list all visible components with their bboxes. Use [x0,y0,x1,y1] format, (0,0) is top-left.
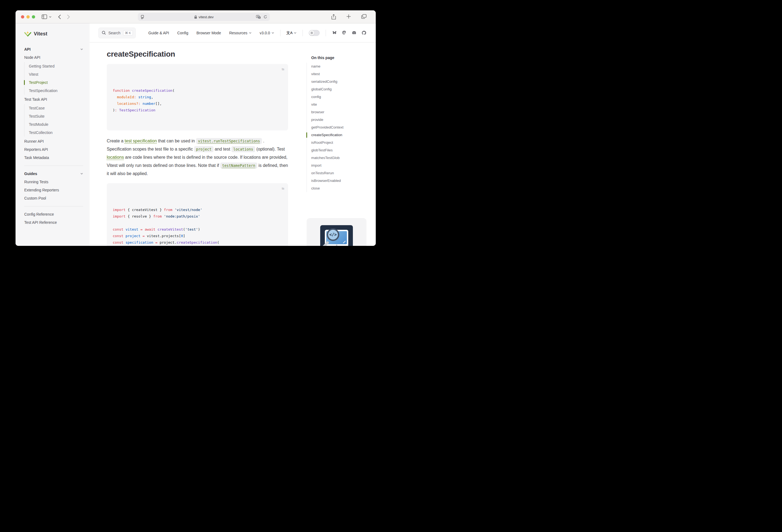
back-button[interactable] [58,14,61,19]
chevron-down-icon [49,16,51,18]
github-icon[interactable] [361,30,366,35]
sidebar-item-test-api-reference[interactable]: Test API Reference [24,218,83,226]
inline-link-test-specification[interactable]: test specification [125,139,157,143]
inline-code: vitest.runTestSpecifications [196,138,262,144]
sidebar-item-custom-pool[interactable]: Custom Pool [24,194,83,202]
outline-title: On this page [307,56,376,60]
inline-code-link-testnamepattern[interactable]: testNamePattern [220,163,257,168]
sidebar-item-test-task-api[interactable]: Test Task API [24,95,83,103]
page-title: createSpecification [107,49,288,59]
outline-link-browser[interactable]: browser [307,108,376,116]
header-divider [326,30,326,36]
tab-overview-icon[interactable] [361,14,366,19]
share-icon[interactable] [331,14,336,20]
code-line: const specification = project.createSpec… [113,239,282,246]
new-tab-icon[interactable] [346,14,351,19]
zoom-window-button[interactable] [32,15,35,19]
nav-link-resources[interactable]: Resources [229,31,252,35]
sidebar-item-reporters-api[interactable]: Reporters API [24,145,83,153]
outline-link-vitest[interactable]: vitest [307,70,376,78]
outline-link-isbrowserenabled[interactable]: isBrowserEnabled [307,177,376,185]
sidebar-toggle-button[interactable] [42,14,47,19]
outline-link-globalconfig[interactable]: globalConfig [307,85,376,93]
code-line: ): TestSpecification [113,107,282,113]
sidebar-item-testspecification[interactable]: TestSpecification [25,86,83,95]
sidebar-item-testcollection[interactable]: TestCollection [25,129,83,137]
vitest-site: Vitest APINode APIGetting StartedVitestT… [15,24,376,246]
sidebar-item-testcase[interactable]: TestCase [25,104,83,112]
search-button[interactable]: Search ⌘ K [98,28,136,38]
lock-icon [194,15,197,19]
sponsor-card[interactable]: </> [307,218,366,246]
outline-link-globtestfiles[interactable]: globTestFiles [307,146,376,154]
nav-link-config[interactable]: Config [177,31,188,35]
code-line: moduleId: string, [113,94,282,101]
sidebar-item-testmodule[interactable]: TestModule [25,120,83,129]
close-window-button[interactable] [21,15,24,19]
address-bar[interactable]: vitest.dev A 文 [138,13,270,21]
toolbar-right-actions [331,14,366,20]
outline-link-serializedconfig[interactable]: serializedConfig [307,78,376,85]
sidebar-item-testsuite[interactable]: TestSuite [25,112,83,120]
nav-link-v3-0-0[interactable]: v3.0.0 [260,31,274,35]
nav-link-browser-mode[interactable]: Browser Mode [196,31,221,35]
chevron-down-icon [80,172,83,175]
sidebar-menu-chevron-button[interactable] [49,16,51,18]
magnifier-code-icon: </> [327,228,339,241]
inline-code-link-vitest-runtestspecifications[interactable]: vitest.runTestSpecifications [196,139,262,143]
outline-link-provide[interactable]: provide [307,116,376,123]
outline-link-config[interactable]: config [307,93,376,101]
language-menu[interactable]: 文A [286,31,296,35]
sidebar-toggle-icon [42,14,47,19]
mastodon-icon[interactable] [342,30,347,35]
nav-link-guide-api[interactable]: Guide & API [148,31,169,35]
sidebar-item-testproject[interactable]: TestProject [25,78,83,86]
code-line: function createSpecification( [113,87,282,94]
sidebar-item-runner-api[interactable]: Runner API [24,137,83,145]
discord-icon[interactable] [352,30,357,35]
outline-link-matchestestglob[interactable]: matchesTestGlob [307,154,376,162]
theme-toggle-knob [309,31,314,35]
search-shortcut: ⌘ K [123,30,133,36]
sidebar-item-task-metadata[interactable]: Task Metadata [24,153,83,162]
page-content: createSpecification ts function createSp… [90,42,376,246]
outline-link-import[interactable]: import [307,162,376,169]
code-language-badge: ts [282,185,284,192]
theme-toggle[interactable] [309,30,320,36]
sidebar-section-guides[interactable]: Guides [24,170,83,178]
sidebar-divider [24,166,83,166]
nav-link-label: Guide & API [148,31,169,35]
forward-icon [67,14,70,19]
sidebar-section-api[interactable]: API [24,45,83,54]
sidebar-item-running-tests[interactable]: Running Tests [24,178,83,186]
sidebar-item-vitest[interactable]: Vitest [25,70,83,78]
sidebar-section-label: API [24,47,31,51]
outline-link-ontestsrerun[interactable]: onTestsRerun [307,169,376,177]
bluesky-icon[interactable] [332,30,337,35]
sidebar-item-getting-started[interactable]: Getting Started [25,62,83,70]
inline-code: locations [232,146,255,152]
search-label: Search [108,31,120,35]
sidebar-item-node-api[interactable]: Node API [24,54,83,62]
search-icon [102,31,106,35]
nav-link-label: v3.0.0 [260,31,270,35]
vitest-logo[interactable]: Vitest [24,28,83,39]
code-body: import { createVitest } from 'vitest/nod… [113,207,282,246]
inline-link-locations[interactable]: locations [107,155,124,159]
outline-link-close[interactable]: close [307,185,376,192]
forward-button[interactable] [67,14,70,19]
code-line [113,220,282,226]
outline-link-name[interactable]: name [307,63,376,70]
outline-link-isrootproject[interactable]: isRootProject [307,139,376,146]
example-code-block: ts import { createVitest } from 'vitest/… [107,183,288,246]
header-divider [303,30,303,36]
sidebar-item-extending-reporters[interactable]: Extending Reporters [24,186,83,194]
code-line: const project = vitest.projects[0] [113,233,282,239]
outline-link-vite[interactable]: vite [307,101,376,108]
sidebar-item-config-reference[interactable]: Config Reference [24,210,83,218]
outline-link-createspecification[interactable]: createSpecification [307,131,376,139]
code-line: import { createVitest } from 'vitest/nod… [113,207,282,213]
minimize-window-button[interactable] [26,15,30,19]
outline-link-getprovidedcontext[interactable]: getProvidedContext [307,123,376,131]
docs-sidebar: Vitest APINode APIGetting StartedVitestT… [15,24,90,246]
